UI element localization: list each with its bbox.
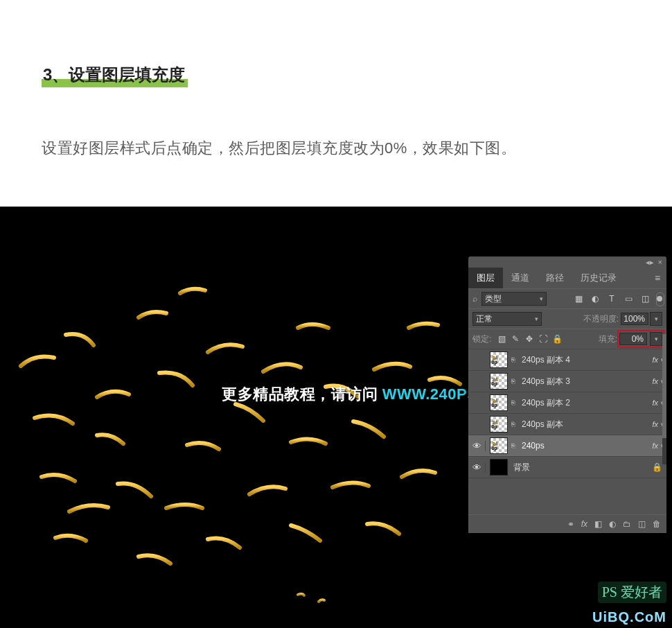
chevron-down-icon: ▾ — [535, 315, 538, 322]
filter-toggle[interactable] — [657, 296, 662, 302]
blend-mode-select[interactable]: 正常 ▾ — [472, 312, 542, 326]
filter-shape-icon[interactable]: ▭ — [624, 294, 633, 304]
tab-layers[interactable]: 图层 — [468, 268, 503, 288]
filter-type-label: 类型 — [485, 293, 502, 305]
group-icon[interactable]: 🗀 — [623, 519, 631, 529]
panel-menu-icon[interactable]: ≡ — [648, 272, 666, 284]
link-layers-icon[interactable]: ⚭ — [567, 519, 574, 529]
lock-row: 锁定: ▧ ✎ ✥ ⛶ 🔒 填充: 0% ▾ — [468, 329, 666, 349]
layer-thumbnail[interactable]: 240p — [490, 416, 508, 433]
fill-dropdown[interactable]: ▾ — [650, 332, 662, 346]
layer-thumbnail[interactable]: 240p — [490, 373, 508, 390]
layer-row[interactable]: 👁 240p ⎘ 240ps 副本 fx ▾ — [468, 413, 666, 435]
layer-row[interactable]: 👁 240p ⎘ 240ps 副本 4 fx ▾ — [468, 349, 666, 370]
trash-icon[interactable]: 🗑 — [653, 519, 661, 529]
link-icon: ⎘ — [509, 356, 516, 363]
lock-transparency-icon[interactable]: ▧ — [497, 334, 506, 344]
link-icon: ⎘ — [509, 378, 516, 385]
filter-adjust-icon[interactable]: ◐ — [590, 294, 600, 304]
opacity-value: 100% — [624, 314, 645, 324]
lock-move-icon[interactable]: ✥ — [524, 334, 534, 344]
collapse-icon[interactable]: ◂▸ — [646, 258, 654, 267]
lock-artboard-icon[interactable]: ⛶ — [538, 334, 548, 344]
layer-name[interactable]: 240ps 副本 — [522, 419, 652, 430]
description-paragraph: 设置好图层样式后点确定，然后把图层填充度改为0%，效果如下图。 — [42, 136, 630, 160]
layers-scrollbar[interactable] — [662, 334, 666, 464]
fill-input[interactable]: 0% — [619, 333, 647, 345]
filter-type-select[interactable]: 类型 ▾ — [481, 292, 547, 306]
fill-highlight-box: 0% ▾ — [619, 332, 662, 346]
screenshot-area: 更多精品教程，请访问 WWW.240PS.COM ◂▸ × 图层 通道 路径 历… — [0, 207, 672, 628]
layer-thumbnail[interactable]: 240p — [490, 351, 508, 368]
layer-name[interactable]: 240ps 副本 4 — [522, 354, 652, 366]
layer-name[interactable]: 240ps 副本 2 — [522, 397, 652, 409]
opacity-label: 不透明度: — [583, 313, 619, 325]
fill-label: 填充: — [599, 333, 617, 345]
link-icon: ⎘ — [509, 442, 516, 449]
search-icon: ⌕ — [472, 294, 477, 304]
filter-pixel-icon[interactable]: ▦ — [574, 294, 583, 304]
chevron-down-icon: ▾ — [540, 295, 543, 302]
scrollbar-thumb[interactable] — [662, 334, 666, 438]
layer-list-gap — [468, 478, 666, 514]
mask-icon[interactable]: ◧ — [594, 519, 602, 529]
lock-brush-icon[interactable]: ✎ — [511, 334, 520, 344]
layer-thumbnail[interactable]: 240p — [490, 437, 508, 454]
panel-tabs: 图层 通道 路径 历史记录 ≡ — [468, 268, 666, 288]
uibq-brand: UiBQ.CoM — [592, 609, 666, 625]
opacity-dropdown[interactable]: ▾ — [650, 312, 662, 326]
layer-row[interactable]: 👁 240p ⎘ 240ps 副本 3 fx ▾ — [468, 370, 666, 392]
tab-history[interactable]: 历史记录 — [572, 268, 625, 288]
layer-name[interactable]: 240ps — [522, 441, 652, 451]
chevron-down-icon: ▾ — [655, 315, 658, 322]
filter-smart-icon[interactable]: ◫ — [640, 294, 650, 304]
link-icon: ⎘ — [509, 399, 516, 406]
tab-channels[interactable]: 通道 — [503, 268, 538, 288]
lock-icon: 🔒 — [650, 462, 664, 472]
layer-row[interactable]: 👁 背景 🔒 — [468, 456, 666, 478]
layers-panel: ◂▸ × 图层 通道 路径 历史记录 ≡ ⌕ 类型 ▾ ▦ ◐ T ▭ — [468, 256, 666, 533]
section-heading: 3、设置图层填充度 — [42, 64, 188, 87]
filter-row: ⌕ 类型 ▾ ▦ ◐ T ▭ ◫ — [468, 288, 666, 308]
filter-text-icon[interactable]: T — [607, 294, 617, 304]
adjustment-icon[interactable]: ◐ — [609, 519, 616, 529]
opacity-input[interactable]: 100% — [621, 313, 648, 325]
link-icon: ⎘ — [509, 421, 516, 428]
new-layer-icon[interactable]: ◫ — [638, 519, 646, 529]
lock-all-icon[interactable]: 🔒 — [552, 334, 562, 344]
layer-row[interactable]: 👁 240p ⎘ 240ps 副本 2 fx ▾ — [468, 392, 666, 413]
ps-brand-badge: PS 爱好者 — [598, 582, 666, 603]
panel-body: ⌕ 类型 ▾ ▦ ◐ T ▭ ◫ 正常 ▾ — [468, 288, 666, 533]
layer-list: 👁 240p ⎘ 240ps 副本 4 fx ▾ 👁 240p ⎘ 240ps … — [468, 349, 666, 478]
fx-icon[interactable]: fx — [581, 519, 587, 529]
chevron-down-icon: ▾ — [655, 335, 658, 342]
layer-row[interactable]: 👁 240p ⎘ 240ps fx ▾ — [468, 435, 666, 456]
filter-icons: ▦ ◐ T ▭ ◫ — [574, 294, 662, 304]
close-icon[interactable]: × — [658, 258, 662, 266]
uibq-text: UiBQ.CoM — [592, 609, 666, 625]
visibility-toggle[interactable]: 👁 — [468, 441, 486, 451]
blend-mode-label: 正常 — [476, 313, 493, 325]
panel-footer: ⚭ fx ◧ ◐ 🗀 ◫ 🗑 — [468, 514, 666, 533]
lock-label: 锁定: — [472, 333, 491, 345]
layer-thumbnail[interactable]: 240p — [490, 394, 508, 411]
tab-paths[interactable]: 路径 — [538, 268, 572, 288]
fill-value: 0% — [632, 334, 644, 344]
panel-window-controls: ◂▸ × — [468, 256, 666, 268]
visibility-toggle[interactable]: 👁 — [468, 462, 486, 473]
layer-name[interactable]: 背景 — [513, 462, 650, 473]
blend-row: 正常 ▾ 不透明度: 100% ▾ — [468, 308, 666, 329]
layer-name[interactable]: 240ps 副本 3 — [522, 376, 652, 387]
layer-thumbnail[interactable] — [490, 459, 508, 476]
